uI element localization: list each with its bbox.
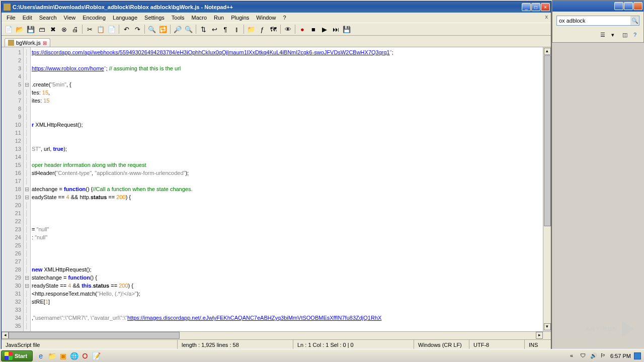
close-all-icon[interactable]: ⊗ [59, 24, 69, 34]
save-icon[interactable]: 💾 [26, 24, 36, 34]
sync-scroll-icon[interactable]: ⇅ [198, 24, 208, 34]
bg-close-button[interactable] [633, 2, 642, 10]
redo-icon[interactable]: ↷ [132, 24, 142, 34]
find-icon[interactable]: 🔍 [147, 24, 157, 34]
wrap-icon[interactable]: ↩ [209, 24, 219, 34]
tray-volume-icon[interactable]: 🔊 [590, 352, 597, 359]
watermark-text: ANY RUN [586, 326, 618, 332]
statusbar: JavaScript file length : 1,925 lines : 5… [2, 339, 551, 349]
scroll-up-icon[interactable]: ▴ [544, 48, 551, 55]
menu-tools[interactable]: Tools [169, 14, 188, 22]
save-macro-icon[interactable]: 💾 [342, 24, 352, 34]
close-button[interactable]: × [541, 3, 550, 11]
scroll-right-icon[interactable]: ▸ [536, 332, 543, 339]
show-all-chars-icon[interactable]: ¶ [220, 24, 230, 34]
status-mode[interactable]: INS [525, 340, 551, 349]
menu-macro[interactable]: Macro [188, 14, 210, 22]
hscroll-thumb[interactable] [9, 332, 180, 339]
tray-flag-icon[interactable]: 🏳 [600, 352, 607, 359]
status-encoding[interactable]: UTF-8 [469, 340, 525, 349]
start-label: Start [15, 353, 27, 359]
bg-minimize-button[interactable] [614, 2, 623, 10]
explorer-icon[interactable]: 📁 [47, 351, 57, 361]
tray-shield-icon[interactable]: 🛡 [580, 352, 587, 359]
menu-run[interactable]: Run [211, 14, 227, 22]
menu-help[interactable]: ? [280, 14, 289, 22]
status-length: length : 1,925 lines : 58 [178, 340, 293, 349]
js-file-icon [8, 40, 14, 46]
menu-file[interactable]: File [4, 14, 19, 22]
chrome-icon[interactable]: 🌐 [69, 351, 79, 361]
bg-help-icon[interactable]: ? [633, 32, 641, 40]
opera-icon[interactable]: O [80, 351, 90, 361]
tray-arrow-icon[interactable]: « [570, 352, 577, 359]
bg-panel-icon[interactable]: ◫ [622, 32, 630, 40]
start-button[interactable]: Start [1, 350, 33, 361]
tab-close-icon[interactable]: ⊠ [43, 40, 47, 46]
ie-icon[interactable]: e [36, 351, 46, 361]
play-multiple-icon[interactable]: ⏭ [331, 24, 341, 34]
titlebar[interactable]: C:\Users\admin\Downloads\Roblox_adblock\… [2, 2, 551, 13]
copy-icon[interactable]: 📋 [96, 24, 106, 34]
status-position: Ln : 1 Col : 1 Sel : 0 | 0 [293, 340, 414, 349]
tabbar: bgWork.js ⊠ [2, 36, 551, 47]
tab-close-x[interactable]: x [545, 14, 548, 20]
status-lang: JavaScript file [2, 340, 178, 349]
record-macro-icon[interactable]: ● [297, 24, 307, 34]
close-file-icon[interactable]: ✖ [48, 24, 58, 34]
editor-area: 1234567891011121314151617181920212223242… [2, 47, 551, 331]
bg-search-input[interactable] [557, 18, 630, 24]
menu-encoding[interactable]: Encoding [79, 14, 109, 22]
stop-macro-icon[interactable]: ■ [308, 24, 318, 34]
zoom-in-icon[interactable]: 🔎 [173, 24, 183, 34]
zoom-out-icon[interactable]: 🔍 [184, 24, 194, 34]
line-number-gutter: 1234567891011121314151617181920212223242… [2, 47, 24, 331]
menu-edit[interactable]: Edit [20, 14, 35, 22]
save-all-icon[interactable]: 🗃 [37, 24, 47, 34]
bg-maximize-button[interactable] [624, 2, 633, 10]
menu-language[interactable]: Language [110, 14, 140, 22]
open-file-icon[interactable]: 📂 [15, 24, 25, 34]
maximize-button[interactable]: □ [531, 3, 540, 11]
minimize-button[interactable]: _ [522, 3, 531, 11]
indent-guide-icon[interactable]: ⫿ [231, 24, 242, 34]
replace-icon[interactable]: 🔁 [158, 24, 168, 34]
notepadpp-taskbar-icon[interactable]: 📝 [91, 351, 101, 361]
undo-icon[interactable]: ↶ [121, 24, 131, 34]
scroll-left-icon[interactable]: ◂ [2, 332, 9, 339]
monitoring-icon[interactable]: 👁 [283, 24, 293, 34]
play-macro-icon[interactable]: ▶ [319, 24, 330, 34]
menu-search[interactable]: Search [36, 14, 60, 22]
code-editor[interactable]: tps://discordapp.com/api/webhooks/559493… [31, 47, 543, 331]
cut-icon[interactable]: ✂ [85, 24, 95, 34]
menu-window[interactable]: Window [253, 14, 279, 22]
notepadpp-window: C:\Users\admin\Downloads\Roblox_adblock\… [1, 1, 551, 350]
paste-icon[interactable]: 📄 [107, 24, 117, 34]
bg-dropdown-icon[interactable]: ▾ [611, 32, 619, 40]
status-eol[interactable]: Windows (CR LF) [414, 340, 469, 349]
new-file-icon[interactable]: 📄 [4, 24, 14, 34]
scroll-down-icon[interactable]: ▾ [544, 323, 551, 330]
taskbar: Start e 📁 ▣ 🌐 O 📝 « 🛡 🔊 🏳 6:57 PM [0, 349, 644, 362]
bg-search-box[interactable]: 🔍 [556, 16, 639, 26]
window-title: C:\Users\admin\Downloads\Roblox_adblock\… [13, 4, 522, 10]
doc-map-icon[interactable]: 🗺 [268, 24, 278, 34]
play-triangle-icon [622, 321, 634, 337]
vscroll-thumb[interactable] [544, 55, 551, 226]
bg-search-button[interactable]: 🔍 [630, 16, 639, 25]
bg-view-icon[interactable]: ☰ [600, 32, 608, 40]
menu-plugins[interactable]: Plugins [228, 14, 252, 22]
media-player-icon[interactable]: ▣ [58, 351, 68, 361]
watermark: ANY RUN [586, 321, 634, 337]
print-icon[interactable]: 🖨 [70, 24, 80, 34]
fold-gutter[interactable]: ││││⊟││││││││││││⊟⊟│││││││││⊟⊟│││││ [24, 47, 31, 331]
vertical-scrollbar[interactable]: ▴ ▾ [543, 47, 551, 331]
tray-clock[interactable]: 6:57 PM [610, 353, 631, 359]
tab-bgwork[interactable]: bgWork.js ⊠ [5, 38, 50, 47]
tray-desktop-icon[interactable] [634, 352, 641, 359]
menu-settings[interactable]: Settings [141, 14, 168, 22]
folder-view-icon[interactable]: 📁 [246, 24, 256, 34]
horizontal-scrollbar[interactable]: ◂ ▸ [2, 331, 551, 339]
menu-view[interactable]: View [61, 14, 79, 22]
function-list-icon[interactable]: ƒ [257, 24, 267, 34]
